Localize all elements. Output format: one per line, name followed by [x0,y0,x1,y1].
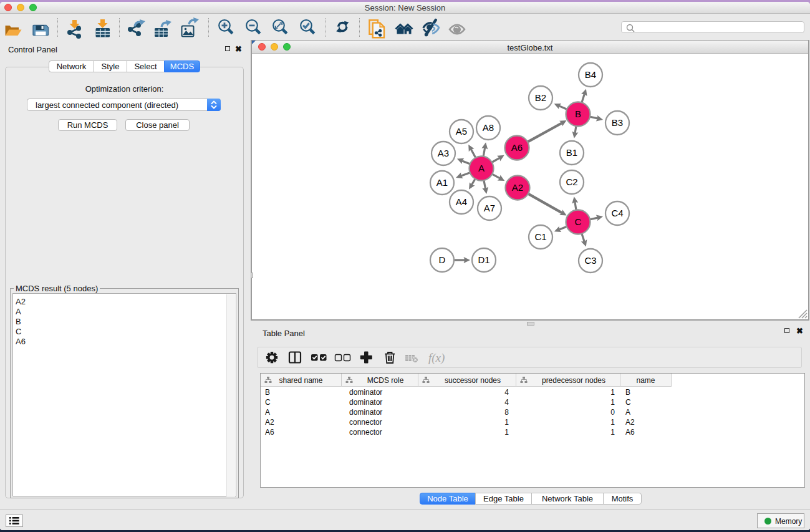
svg-text:B1: B1 [566,147,577,158]
svg-text:A4: A4 [456,196,467,207]
svg-text:A1: A1 [436,177,448,188]
svg-text:D1: D1 [478,254,489,265]
svg-text:C3: C3 [584,255,596,266]
svg-text:C2: C2 [566,177,577,187]
svg-text:D: D [439,254,446,265]
svg-text:C: C [575,216,582,227]
svg-text:B2: B2 [535,92,546,103]
svg-text:A3: A3 [438,148,449,158]
svg-text:B: B [575,109,581,119]
svg-text:C4: C4 [611,208,623,218]
svg-text:A8: A8 [483,122,494,133]
svg-text:C1: C1 [534,231,546,242]
svg-text:A2: A2 [512,182,523,193]
svg-text:f(x): f(x) [428,351,445,365]
svg-text:A5: A5 [456,126,467,137]
svg-text:B3: B3 [612,117,623,128]
svg-text:A6: A6 [511,142,523,153]
svg-text:A: A [478,163,485,173]
svg-text:A7: A7 [484,203,495,213]
svg-text:B4: B4 [585,69,596,80]
